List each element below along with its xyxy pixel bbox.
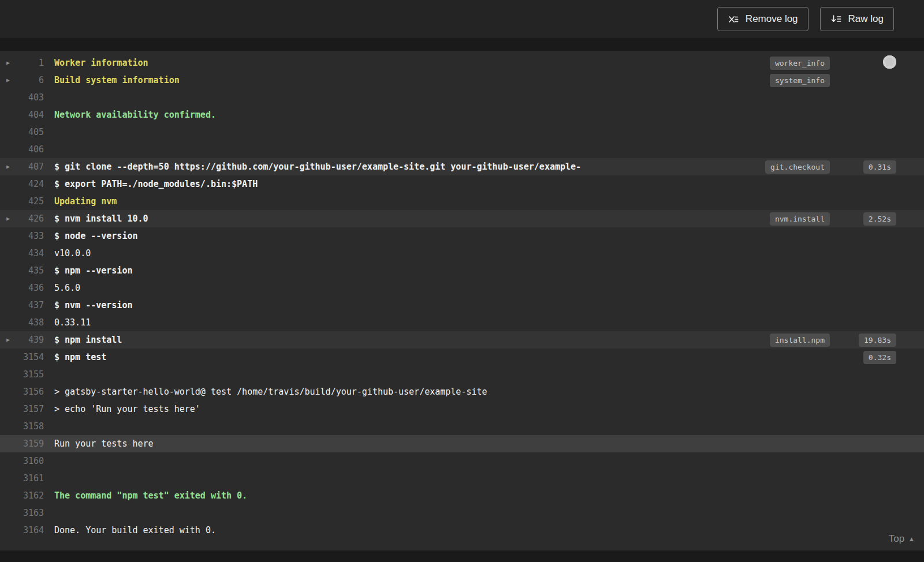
log-lines: ▶1Worker informationworker_info▶6Build s… [0,54,924,539]
log-line-426: ▶426$ nvm install 10.0nvm.install2.52s [0,210,924,227]
log-line-3161: 3161 [0,470,924,487]
line-text: $ nvm --version [54,297,839,314]
line-text: Updating nvm [54,193,839,210]
log-line-3164: 3164Done. Your build exited with 0. [0,522,924,539]
line-text: > gatsby-starter-hello-world@ test /home… [54,383,839,400]
log-line-3159: 3159Run your tests here [0,435,924,452]
line-number[interactable]: 3160 [16,452,44,470]
fold-tag-badge: install.npm [770,334,830,347]
line-text: $ export PATH=./node_modules/.bin:$PATH [54,175,839,193]
log-line-403: 403 [0,89,924,106]
line-number[interactable]: 3155 [16,366,44,383]
line-number[interactable]: 426 [16,210,44,227]
log-line-425: 425Updating nvm [0,193,924,210]
fold-tag-badge: worker_info [770,57,830,70]
log-line-435: 435$ npm --version [0,262,924,279]
log-line-3162: 3162The command "npm test" exited with 0… [0,487,924,504]
log-line-424: 424$ export PATH=./node_modules/.bin:$PA… [0,175,924,193]
log-line-3154: 3154$ npm test0.32s [0,349,924,366]
line-number[interactable]: 405 [16,123,44,141]
log-line-3163: 3163 [0,504,924,522]
line-text: 0.33.11 [54,314,839,331]
line-number[interactable]: 3157 [16,400,44,418]
line-text: 5.6.0 [54,279,839,297]
fold-tag-badge: system_info [770,74,830,87]
duration-slot: 2.52s [839,212,896,226]
line-number[interactable]: 436 [16,279,44,297]
line-number[interactable]: 406 [16,141,44,158]
duration-badge: 19.83s [859,334,896,347]
line-text: $ node --version [54,227,839,245]
line-text: The command "npm test" exited with 0. [54,487,839,504]
line-text: Done. Your build exited with 0. [54,522,839,539]
line-text: Worker information [54,54,763,72]
line-number[interactable]: 403 [16,89,44,106]
fold-tag-badge: nvm.install [770,212,830,226]
line-number[interactable]: 438 [16,314,44,331]
remove-log-icon [728,13,739,25]
log-line-406: 406 [0,141,924,158]
line-number[interactable]: 3162 [16,487,44,504]
line-number[interactable]: 1 [16,54,44,72]
line-number[interactable]: 3163 [16,504,44,522]
line-number[interactable]: 433 [16,227,44,245]
line-number[interactable]: 437 [16,297,44,314]
raw-log-icon [830,13,842,25]
line-number[interactable]: 3159 [16,435,44,452]
log-line-405: 405 [0,123,924,141]
remove-log-label: Remove log [746,13,798,25]
fold-toggle-icon[interactable]: ▶ [0,54,16,72]
line-number[interactable]: 424 [16,175,44,193]
raw-log-button[interactable]: Raw log [820,7,894,31]
build-log: ▶1Worker informationworker_info▶6Build s… [0,51,924,550]
line-text: $ git clone --depth=50 https://github.co… [54,158,758,175]
log-line-3160: 3160 [0,452,924,470]
log-line-438: 4380.33.11 [0,314,924,331]
line-number[interactable]: 435 [16,262,44,279]
line-number[interactable]: 439 [16,331,44,349]
log-line-433: 433$ node --version [0,227,924,245]
log-line-439: ▶439$ npm installinstall.npm19.83s [0,331,924,349]
line-number[interactable]: 434 [16,245,44,262]
duration-slot: 0.31s [839,160,896,174]
line-text: $ npm test [54,349,839,366]
line-number[interactable]: 404 [16,106,44,123]
scroll-to-top-link[interactable]: Top ▲ [889,533,915,545]
chevron-up-icon: ▲ [908,536,915,542]
remove-log-button[interactable]: Remove log [717,7,808,31]
line-text: $ npm install [54,331,763,349]
line-text: v10.0.0 [54,245,839,262]
line-number[interactable]: 3161 [16,470,44,487]
fold-tag-badge: git.checkout [765,160,830,174]
line-number[interactable]: 407 [16,158,44,175]
fold-toggle-icon[interactable]: ▶ [0,331,16,349]
log-line-436: 4365.6.0 [0,279,924,297]
duration-slot: 0.32s [839,351,896,364]
log-line-404: 404Network availability confirmed. [0,106,924,123]
fold-toggle-icon[interactable]: ▶ [0,158,16,175]
log-line-3157: 3157> echo 'Run your tests here' [0,400,924,418]
line-text: Build system information [54,72,763,89]
log-line-3156: 3156> gatsby-starter-hello-world@ test /… [0,383,924,400]
line-number[interactable]: 6 [16,72,44,89]
log-line-407: ▶407$ git clone --depth=50 https://githu… [0,158,924,175]
line-text: Network availability confirmed. [54,106,839,123]
line-number[interactable]: 3156 [16,383,44,400]
line-text: Run your tests here [54,435,839,452]
line-number[interactable]: 3164 [16,522,44,539]
duration-slot: 19.83s [839,334,896,347]
log-line-437: 437$ nvm --version [0,297,924,314]
fold-toggle-icon[interactable]: ▶ [0,72,16,89]
line-number[interactable]: 3158 [16,418,44,435]
raw-log-label: Raw log [848,13,884,25]
line-number[interactable]: 3154 [16,349,44,366]
duration-badge: 2.52s [863,212,896,226]
line-text: $ npm --version [54,262,839,279]
fold-toggle-icon[interactable]: ▶ [0,210,16,227]
line-number[interactable]: 425 [16,193,44,210]
duration-badge: 0.32s [863,351,896,364]
log-line-6: ▶6Build system informationsystem_info [0,72,924,89]
scrollbar-thumb[interactable] [883,55,896,69]
log-line-434: 434v10.0.0 [0,245,924,262]
top-label: Top [889,533,904,545]
